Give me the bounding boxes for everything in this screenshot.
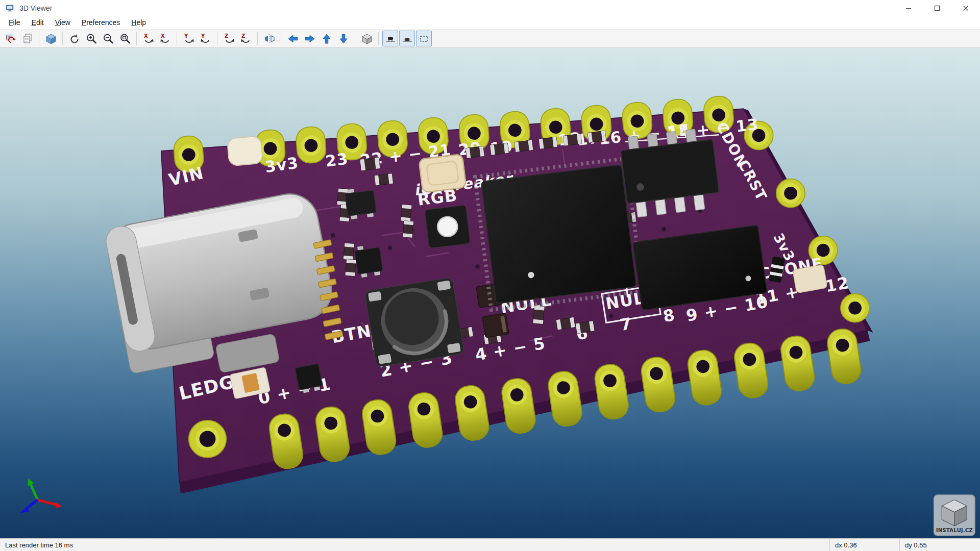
smd-passive [375, 173, 393, 185]
maximize-icon [934, 5, 940, 11]
smd-passive [403, 221, 413, 238]
menu-preferences[interactable]: Preferences [76, 17, 126, 28]
close-button[interactable] [951, 0, 980, 16]
redraw-button[interactable] [66, 31, 82, 46]
reload-board-icon [5, 33, 17, 45]
app-icon [5, 3, 15, 13]
castellated-pin [189, 420, 226, 458]
svg-text:Y: Y [184, 33, 188, 39]
viewport-3d[interactable]: VIN3v32322 + − 212019 + − 181716 + − 151… [0, 48, 980, 538]
tactile-button [364, 278, 464, 367]
show-smd-models-icon [401, 33, 413, 45]
svg-text:X: X [144, 33, 148, 39]
ortho-projection-icon [361, 33, 373, 45]
show-virtual-models-icon [418, 33, 430, 45]
pan-right-button[interactable] [302, 31, 317, 46]
redraw-icon [68, 33, 81, 45]
minimize-button[interactable] [894, 0, 923, 16]
pan-right-icon [304, 33, 316, 45]
svg-text:Z: Z [225, 33, 228, 39]
view-3d-properties-button[interactable] [43, 31, 59, 46]
smd-passive [344, 243, 354, 260]
toolbar-separator [281, 32, 281, 45]
reload-board-button[interactable] [3, 31, 18, 46]
smd-passive [465, 146, 484, 158]
render-time-status: Last render time 16 ms [0, 539, 829, 551]
menu-edit[interactable]: Edit [26, 17, 50, 28]
rotate-z-ccw-icon: Z [240, 33, 252, 45]
dy-status: dy 0.55 [900, 539, 980, 551]
fpga-chip [475, 158, 643, 310]
statusbar: Last render time 16 ms dx 0.36 dy 0.55 [0, 538, 980, 551]
flip-board-icon [263, 33, 276, 45]
toolbar-separator [217, 32, 217, 45]
watermark-text: INSTALUJ.CZ [936, 527, 973, 533]
smd-passive [533, 306, 545, 324]
crystal-oscillator [419, 154, 466, 193]
zoom-in-icon [85, 33, 97, 45]
toolbar-separator [39, 32, 39, 45]
via [388, 245, 393, 250]
zoom-out-button[interactable] [100, 31, 116, 46]
show-smd-models-button[interactable] [399, 31, 415, 46]
toolbar-separator [378, 32, 379, 45]
via [662, 227, 666, 232]
toolbar-separator [177, 32, 177, 45]
ortho-projection-button[interactable] [359, 31, 375, 46]
toolbar-separator [136, 32, 137, 45]
smd-passive [514, 140, 533, 152]
rotate-z-ccw-button[interactable]: Z [238, 31, 254, 46]
rotate-y-cw-button[interactable]: Y [181, 31, 197, 46]
via [475, 264, 480, 269]
zoom-out-icon [102, 33, 114, 45]
pan-left-icon [287, 33, 299, 45]
svg-text:Z: Z [241, 33, 245, 39]
pan-up-icon [321, 33, 333, 45]
smd-passive [539, 137, 557, 148]
silk-label: 23 [324, 149, 349, 170]
svg-text:Y: Y [201, 33, 205, 39]
pan-left-button[interactable] [285, 31, 301, 46]
rotate-z-cw-icon: Z [223, 33, 235, 45]
copy-image-icon [21, 33, 34, 45]
menu-help[interactable]: Help [126, 17, 152, 28]
menu-view[interactable]: View [50, 17, 76, 28]
rotate-y-cw-icon: Y [183, 33, 195, 45]
rotate-y-ccw-button[interactable]: Y [198, 31, 213, 46]
flip-board-button[interactable] [261, 31, 277, 46]
svg-text:X: X [161, 33, 165, 39]
rotate-x-cw-icon: X [142, 33, 155, 45]
show-th-models-button[interactable] [382, 31, 398, 46]
zoom-fit-button[interactable] [117, 31, 133, 46]
toolbar: XXYYZZ [0, 29, 980, 48]
sot23-ic [345, 187, 377, 220]
menu-file[interactable]: File [3, 17, 26, 28]
smd-passive [563, 134, 581, 145]
castellated-pin [776, 179, 805, 208]
pan-up-button[interactable] [318, 31, 334, 46]
dx-status: dx 0.36 [830, 539, 899, 551]
pcb-3d-view[interactable]: VIN3v32322 + − 212019 + − 181716 + − 151… [0, 48, 980, 538]
castellated-pin [296, 126, 327, 164]
rotate-x-cw-button[interactable]: X [140, 31, 156, 46]
smd-passive [345, 259, 356, 276]
rotate-x-ccw-button[interactable]: X [157, 31, 173, 46]
rotate-x-ccw-icon: X [159, 33, 172, 45]
maximize-button[interactable] [923, 0, 951, 16]
zoom-fit-icon [119, 33, 131, 45]
show-virtual-models-button[interactable] [416, 31, 432, 46]
show-th-models-icon [384, 33, 397, 45]
menubar: FileEditViewPreferencesHelp [0, 16, 980, 29]
window-title: 3D Viewer [19, 4, 894, 12]
unplated-tab [227, 136, 263, 166]
via [331, 233, 335, 238]
rotate-z-cw-button[interactable]: Z [221, 31, 237, 46]
zoom-in-button[interactable] [83, 31, 99, 46]
rotate-y-ccw-icon: Y [200, 33, 212, 45]
close-icon [963, 5, 969, 11]
copy-image-button[interactable] [19, 31, 35, 46]
pan-down-button[interactable] [335, 31, 351, 46]
castellated-pin [841, 294, 869, 322]
cdone-led [793, 264, 827, 293]
toolbar-separator [355, 32, 355, 45]
